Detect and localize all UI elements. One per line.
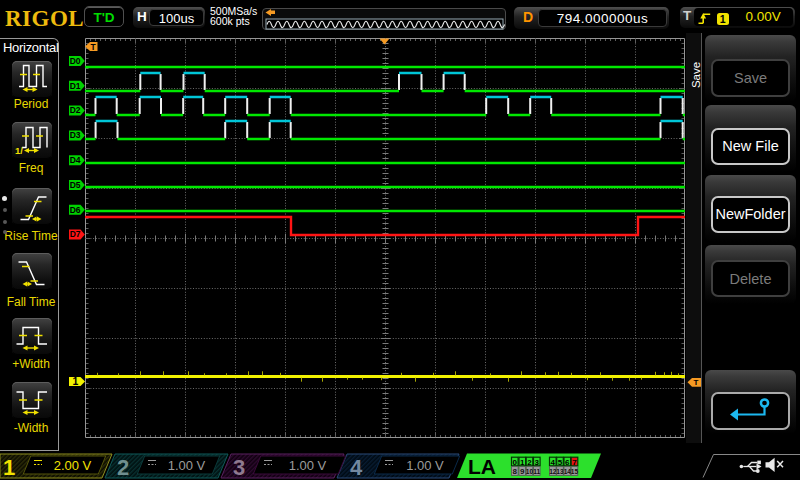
svg-text:2: 2 [117, 455, 129, 480]
svg-text:1: 1 [73, 375, 79, 387]
svg-text:T: T [90, 42, 96, 52]
svg-text:D0: D0 [70, 56, 81, 66]
svg-text:T: T [694, 378, 699, 387]
svg-text:2.00 V: 2.00 V [54, 458, 92, 473]
svg-text:5: 5 [558, 458, 563, 467]
svg-text:15: 15 [571, 468, 579, 475]
svg-text:3: 3 [233, 455, 245, 480]
svg-text:D4: D4 [70, 155, 81, 165]
svg-text:LA: LA [468, 455, 496, 478]
svg-text:1.00 V: 1.00 V [406, 458, 444, 473]
svg-text:0: 0 [513, 458, 518, 467]
svg-text:7: 7 [572, 458, 577, 467]
svg-text:2: 2 [527, 458, 532, 467]
svg-text:1: 1 [3, 455, 15, 480]
svg-text:D2: D2 [70, 105, 81, 115]
svg-text:9: 9 [520, 467, 525, 476]
svg-text:3: 3 [535, 458, 540, 467]
svg-text:D5: D5 [70, 180, 81, 190]
svg-text:D3: D3 [70, 130, 81, 140]
svg-text:D7: D7 [70, 229, 81, 239]
svg-text:1: 1 [520, 458, 525, 467]
svg-text:11: 11 [533, 468, 540, 475]
svg-text:D6: D6 [70, 205, 81, 215]
svg-text:8: 8 [513, 467, 518, 476]
svg-text:6: 6 [565, 458, 570, 467]
svg-text:1.00 V: 1.00 V [289, 458, 327, 473]
svg-text:4: 4 [350, 455, 363, 480]
svg-text:D1: D1 [70, 81, 81, 91]
svg-text:4: 4 [551, 458, 556, 467]
svg-text:1.00 V: 1.00 V [168, 458, 206, 473]
